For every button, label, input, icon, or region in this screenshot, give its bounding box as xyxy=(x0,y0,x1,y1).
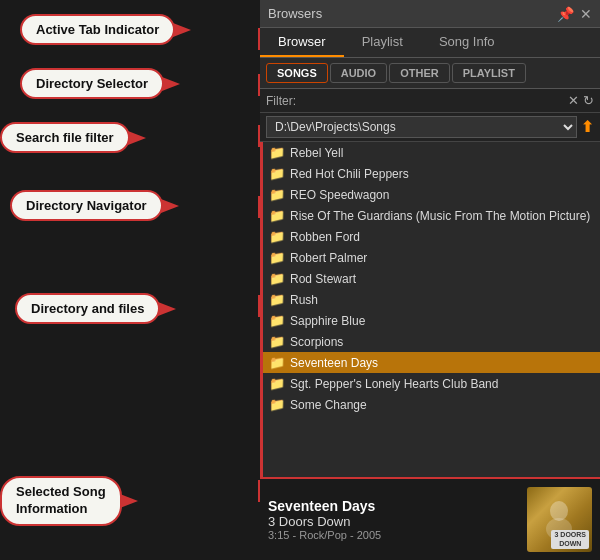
folder-icon: 📁 xyxy=(269,145,285,160)
file-item[interactable]: 📁REO Speedwagon xyxy=(263,184,600,205)
window-title: Browsers xyxy=(268,6,322,21)
album-art: 3 DOORSDOWN xyxy=(527,487,592,552)
file-item[interactable]: 📁Robben Ford xyxy=(263,226,600,247)
file-name: Sapphire Blue xyxy=(290,314,365,328)
folder-icon: 📁 xyxy=(269,376,285,391)
dir-type-audio[interactable]: AUDIO xyxy=(330,63,387,83)
now-playing-info: Seventeen Days 3 Doors Down 3:15 - Rock/… xyxy=(268,498,519,541)
tab-song-info[interactable]: Song Info xyxy=(421,28,513,57)
filter-refresh-icon[interactable]: ↻ xyxy=(583,93,594,108)
annotation-active-tab: Active Tab Indicator xyxy=(20,14,175,45)
dir-path-select[interactable]: D:\Dev\Projects\Songs xyxy=(266,116,577,138)
file-name: Robben Ford xyxy=(290,230,360,244)
file-item[interactable]: 📁Scorpions xyxy=(263,331,600,352)
annotation-area: Active Tab Indicator Directory Selector … xyxy=(0,0,260,560)
folder-icon: 📁 xyxy=(269,271,285,286)
file-name: Rise Of The Guardians (Music From The Mo… xyxy=(290,209,590,223)
file-item[interactable]: 📁Rise Of The Guardians (Music From The M… xyxy=(263,205,600,226)
main-panel: Browsers 📌 ✕ Browser Playlist Song Info … xyxy=(260,0,600,560)
folder-icon: 📁 xyxy=(269,166,285,181)
file-name: Rebel Yell xyxy=(290,146,343,160)
file-item[interactable]: 📁Rod Stewart xyxy=(263,268,600,289)
folder-icon: 📁 xyxy=(269,397,285,412)
tab-browser[interactable]: Browser xyxy=(260,28,344,57)
file-name: Scorpions xyxy=(290,335,343,349)
folder-icon: 📁 xyxy=(269,229,285,244)
now-playing-meta: 3:15 - Rock/Pop - 2005 xyxy=(268,529,519,541)
file-item[interactable]: 📁Some Change xyxy=(263,394,600,415)
filter-clear-icon[interactable]: ✕ xyxy=(568,93,579,108)
dir-type-other[interactable]: OTHER xyxy=(389,63,450,83)
filter-label: Filter: xyxy=(266,94,296,108)
tab-bar: Browser Playlist Song Info xyxy=(260,28,600,58)
file-item[interactable]: 📁Seventeen Days xyxy=(263,352,600,373)
file-name: Red Hot Chili Peppers xyxy=(290,167,409,181)
dir-type-playlist[interactable]: PLAYLIST xyxy=(452,63,526,83)
file-item[interactable]: 📁Robert Palmer xyxy=(263,247,600,268)
tab-playlist[interactable]: Playlist xyxy=(344,28,421,57)
folder-icon: 📁 xyxy=(269,355,285,370)
album-art-inner: 3 DOORSDOWN xyxy=(527,487,592,552)
now-playing-title: Seventeen Days xyxy=(268,498,519,514)
file-item[interactable]: 📁Rebel Yell xyxy=(263,142,600,163)
now-playing-artist: 3 Doors Down xyxy=(268,514,519,529)
file-item[interactable]: 📁Rush xyxy=(263,289,600,310)
file-list: 📁Rebel Yell📁Red Hot Chili Peppers📁REO Sp… xyxy=(260,142,600,477)
file-name: Robert Palmer xyxy=(290,251,367,265)
annotation-dir-navigator: Directory Navigator xyxy=(10,190,163,221)
file-name: Some Change xyxy=(290,398,367,412)
title-bar: Browsers 📌 ✕ xyxy=(260,0,600,28)
album-badge: 3 DOORSDOWN xyxy=(551,530,589,549)
dir-type-songs[interactable]: SONGS xyxy=(266,63,328,83)
close-icon[interactable]: ✕ xyxy=(580,6,592,22)
folder-icon: 📁 xyxy=(269,334,285,349)
file-name: REO Speedwagon xyxy=(290,188,389,202)
file-name: Seventeen Days xyxy=(290,356,378,370)
annotation-dir-files: Directory and files xyxy=(15,293,160,324)
folder-icon: 📁 xyxy=(269,250,285,265)
file-item[interactable]: 📁Sapphire Blue xyxy=(263,310,600,331)
folder-icon: 📁 xyxy=(269,208,285,223)
file-item[interactable]: 📁Red Hot Chili Peppers xyxy=(263,163,600,184)
folder-icon: 📁 xyxy=(269,292,285,307)
file-name: Rod Stewart xyxy=(290,272,356,286)
now-playing-bar: Seventeen Days 3 Doors Down 3:15 - Rock/… xyxy=(260,477,600,560)
title-controls: 📌 ✕ xyxy=(557,6,592,22)
file-name: Sgt. Pepper's Lonely Hearts Club Band xyxy=(290,377,498,391)
pin-icon[interactable]: 📌 xyxy=(557,6,574,22)
folder-icon: 📁 xyxy=(269,313,285,328)
dir-type-bar: SONGS AUDIO OTHER PLAYLIST xyxy=(260,58,600,89)
filter-bar: Filter: ✕ ↻ xyxy=(260,89,600,113)
folder-icon: 📁 xyxy=(269,187,285,202)
annotation-dir-selector: Directory Selector xyxy=(20,68,164,99)
annotation-search-filter: Search file filter xyxy=(0,122,130,153)
annotation-song-info: Selected SongInformation xyxy=(0,476,122,526)
dir-up-button[interactable]: ⬆ xyxy=(581,118,594,136)
dir-path-bar: D:\Dev\Projects\Songs ⬆ xyxy=(260,113,600,142)
file-item[interactable]: 📁Sgt. Pepper's Lonely Hearts Club Band xyxy=(263,373,600,394)
file-name: Rush xyxy=(290,293,318,307)
filter-input[interactable] xyxy=(300,94,564,108)
